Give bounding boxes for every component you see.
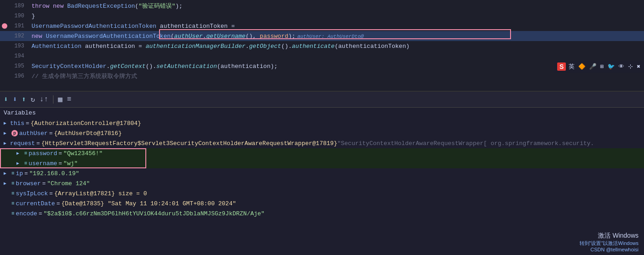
var-value-suffix-request: "SecurityContextHolderAwareRequestWrappe… <box>337 140 594 147</box>
var-value-ip: "192.168.0.19" <box>29 170 79 177</box>
expand-btn-request[interactable]: ▶ <box>4 141 10 146</box>
csdn-icon-3[interactable]: ⊞ <box>600 63 604 70</box>
expand-btn-ip[interactable]: ▶ <box>4 171 10 176</box>
token-normal: . <box>106 63 110 70</box>
line-num-194: 194 <box>9 53 30 59</box>
line-content-190: } <box>30 13 644 20</box>
var-equals-sign: = <box>38 210 42 217</box>
var-value-authUser: {AuthUserDto@17816} <box>54 130 122 137</box>
expand-btn-browser[interactable]: ▶ <box>4 181 10 186</box>
token-normal: (). <box>281 43 292 50</box>
token-normal: } <box>32 13 35 20</box>
csdn-icon-2[interactable]: 🎤 <box>589 63 596 70</box>
token-method-call: authenticationManagerBuilder <box>146 43 245 50</box>
token-normal: authentication = <box>85 43 146 50</box>
expand-btn-password[interactable]: ▶ <box>16 151 23 156</box>
csdn-icon-1[interactable]: 🔶 <box>578 63 585 70</box>
code-line-190: 190 } <box>0 11 644 21</box>
var-name-sysIpLock: sysIpLock <box>16 190 48 197</box>
var-row-currentDate[interactable]: ≡currentDate = {Date@17835} "Sat May 11 … <box>0 198 644 208</box>
token-method-call: setAuthentication <box>156 63 217 70</box>
debug-toolbar: ⬇ ⬇ ⬆ ↻ ↓↑ ▦ ≡ <box>0 91 644 108</box>
var-value-password: "Qw123456!" <box>64 150 103 157</box>
code-lines: 189 throw new BadRequestException("验证码错误… <box>0 0 644 82</box>
code-line-189: 189 throw new BadRequestException("验证码错误… <box>0 1 644 11</box>
token-type: UsernamePasswordAuthenticationToken <box>32 23 160 30</box>
csdn-brand: CSDN @tellmewhoisi <box>580 247 639 252</box>
line-content-193: Authentication authentication = authenti… <box>30 43 644 50</box>
var-value-this: {AuthorizationController@17804} <box>31 120 141 127</box>
var-value-request: {HttpServlet3RequestFactory$Servlet3Secu… <box>41 140 337 147</box>
var-row-browser[interactable]: ▶≡browser = "Chrome 124" <box>0 178 644 188</box>
var-icon-eq-encode: ≡ <box>11 211 15 216</box>
var-equals-sign: = <box>56 200 60 207</box>
line-content-196: // 生成令牌与第三方系统获取令牌方式 <box>30 72 644 80</box>
code-line-191: 191 UsernamePasswordAuthenticationToken … <box>0 21 644 31</box>
expand-btn-this[interactable]: ▶ <box>4 120 10 126</box>
step-filter-icon[interactable]: ↓↑ <box>40 95 48 104</box>
token-method-call: getContext <box>110 63 146 70</box>
token-normal: (authentication); <box>217 63 278 70</box>
csdn-icon-6[interactable]: ⊹ <box>628 63 633 70</box>
line-num-195: 195 <box>9 63 30 69</box>
line-num-193: 193 <box>9 43 30 49</box>
csdn-overlay: S 英 🔶 🎤 ⊞ 🐦 👁 ⊹ ✖ <box>554 61 644 73</box>
var-row-sysIpLock[interactable]: ≡sysIpLock = {ArrayList@17821} size = 0 <box>0 188 644 198</box>
breakpoint-marker <box>2 23 7 29</box>
csdn-icon-4[interactable]: 🐦 <box>607 63 615 70</box>
var-row-username[interactable]: ▶≡username = "wj" <box>0 158 644 168</box>
var-value-sysIpLock: {ArrayList@17821} size = 0 <box>54 190 147 197</box>
var-equals-sign: = <box>24 170 28 177</box>
token-method-call: getUsername <box>206 33 245 40</box>
step-out-icon[interactable]: ⬆ <box>21 95 26 104</box>
var-value-browser: "Chrome 124" <box>47 180 90 187</box>
token-comment: // 生成令牌与第三方系统获取令牌方式 <box>32 73 137 80</box>
step-over-icon[interactable]: ⬇ <box>4 95 8 104</box>
token-normal: (). <box>146 63 156 70</box>
step-into-icon[interactable]: ⬇ <box>13 95 17 104</box>
variables-panel: Variables ▶this = {AuthorizationControll… <box>0 108 644 255</box>
table-view-icon[interactable]: ▦ <box>58 95 63 104</box>
line-num-191: 191 <box>9 23 30 29</box>
panel-title: Variables <box>0 108 644 118</box>
csdn-toolbar-icons[interactable]: 英 🔶 🎤 ⊞ 🐦 👁 ⊹ ✖ <box>569 62 640 71</box>
csdn-label-en[interactable]: 英 <box>569 62 575 71</box>
token-kw-new: new <box>32 33 46 40</box>
line-content-191: UsernamePasswordAuthenticationToken auth… <box>30 23 644 30</box>
token-method-call: getObject <box>249 43 281 50</box>
line-num-189: 189 <box>9 3 30 9</box>
expand-btn-username[interactable]: ▶ <box>16 161 23 166</box>
var-row-encode[interactable]: ≡encode = "$2a$10$.c66rzNm3DP6lhH6tYUViO… <box>0 208 644 219</box>
var-row-ip[interactable]: ▶≡ip = "192.168.0.19" <box>0 168 644 178</box>
var-name-username: username <box>29 160 57 167</box>
var-value-currentDate: {Date@17835} "Sat May 11 10:24:01 GMT+08… <box>61 200 236 207</box>
var-name-ip: ip <box>16 170 23 177</box>
token-method-call: authenticate <box>292 43 335 50</box>
var-name-browser: browser <box>16 180 41 187</box>
list-view-icon[interactable]: ≡ <box>67 95 71 104</box>
csdn-icon-5[interactable]: 👁 <box>618 63 624 70</box>
win-activation-watermark: 激活 Windows 转到"设置"以激活Windows CSDN @tellme… <box>574 229 644 255</box>
var-row-authUser[interactable]: ▶pauthUser = {AuthUserDto@17816} <box>0 128 644 138</box>
var-icon-eq-password: ≡ <box>24 151 27 156</box>
run-to-cursor-icon[interactable]: ↻ <box>31 95 35 104</box>
var-name-encode: encode <box>16 210 37 217</box>
breakpoint-area-191 <box>0 23 9 29</box>
token-normal: . <box>245 43 249 50</box>
code-editor: 189 throw new BadRequestException("验证码错误… <box>0 0 644 91</box>
var-equals-sign: = <box>42 180 46 187</box>
line-content-192: new UsernamePasswordAuthenticationToken(… <box>30 33 644 40</box>
var-equals-sign: = <box>59 160 62 167</box>
var-row-password[interactable]: ▶≡password = "Qw123456!" <box>0 148 644 158</box>
token-string-val: "验证码错误" <box>138 3 176 10</box>
line-num-196: 196 <box>9 73 30 79</box>
var-row-this[interactable]: ▶this = {AuthorizationController@17804} <box>0 118 644 128</box>
token-orange-text: password <box>260 33 288 40</box>
var-row-request[interactable]: ▶request = {HttpServlet3RequestFactory$S… <box>0 138 644 148</box>
token-normal: ); <box>288 33 296 40</box>
code-line-194: 194 <box>0 51 644 61</box>
expand-btn-authUser[interactable]: ▶ <box>4 130 10 136</box>
csdn-icon-7[interactable]: ✖ <box>637 63 640 70</box>
token-normal: ( <box>170 33 174 40</box>
main-layout: 189 throw new BadRequestException("验证码错误… <box>0 0 644 255</box>
